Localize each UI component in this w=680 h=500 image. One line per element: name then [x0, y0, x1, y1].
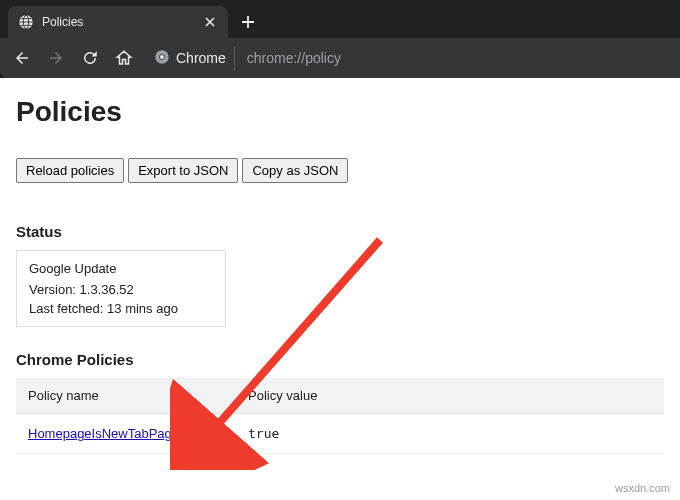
table-row: HomepageIsNewTabPage true: [16, 414, 664, 454]
copy-json-button[interactable]: Copy as JSON: [242, 158, 348, 183]
forward-button[interactable]: [42, 44, 70, 72]
new-tab-button[interactable]: [234, 8, 262, 36]
svg-point-4: [160, 55, 164, 59]
browser-toolbar: Chrome chrome://policy: [0, 38, 680, 78]
external-link-icon: [181, 428, 195, 440]
column-policy-name: Policy name: [16, 378, 236, 414]
status-card: Google Update Version: 1.3.36.52 Last fe…: [16, 250, 226, 327]
page-content: Policies Reload policies Export to JSON …: [0, 78, 680, 472]
globe-icon: [18, 14, 34, 30]
page-title: Policies: [16, 96, 664, 128]
home-button[interactable]: [110, 44, 138, 72]
back-button[interactable]: [8, 44, 36, 72]
browser-chrome: Policies Chrome chr: [0, 0, 680, 78]
tab-strip: Policies: [0, 0, 680, 38]
table-header-row: Policy name Policy value: [16, 378, 664, 414]
address-bar[interactable]: Chrome chrome://policy: [150, 47, 341, 70]
action-button-row: Reload policies Export to JSON Copy as J…: [16, 158, 664, 183]
policy-name-link[interactable]: HomepageIsNewTabPage: [28, 426, 179, 441]
status-fetched-row: Last fetched: 13 mins ago: [29, 301, 213, 316]
column-policy-value: Policy value: [236, 378, 664, 414]
reload-policies-button[interactable]: Reload policies: [16, 158, 124, 183]
status-heading: Status: [16, 223, 664, 240]
status-version-row: Version: 1.3.36.52: [29, 282, 213, 297]
fetched-value: 13 mins ago: [107, 301, 178, 316]
chrome-icon: [154, 49, 170, 68]
omnibox-url: chrome://policy: [239, 50, 341, 66]
version-value: 1.3.36.52: [80, 282, 134, 297]
policy-table: Policy name Policy value HomepageIsNewTa…: [16, 378, 664, 454]
omnibox-chip-label: Chrome: [176, 50, 226, 66]
chrome-policies-heading: Chrome Policies: [16, 351, 664, 368]
close-icon[interactable]: [202, 14, 218, 30]
tab-title: Policies: [42, 15, 194, 29]
reload-button[interactable]: [76, 44, 104, 72]
watermark: wsxdn.com: [615, 482, 670, 494]
browser-tab-active[interactable]: Policies: [8, 6, 228, 38]
fetched-label: Last fetched:: [29, 301, 107, 316]
export-json-button[interactable]: Export to JSON: [128, 158, 238, 183]
status-card-title: Google Update: [29, 261, 213, 276]
omnibox-chip: Chrome: [150, 47, 235, 70]
policy-value-cell: true: [236, 414, 664, 454]
version-label: Version:: [29, 282, 80, 297]
